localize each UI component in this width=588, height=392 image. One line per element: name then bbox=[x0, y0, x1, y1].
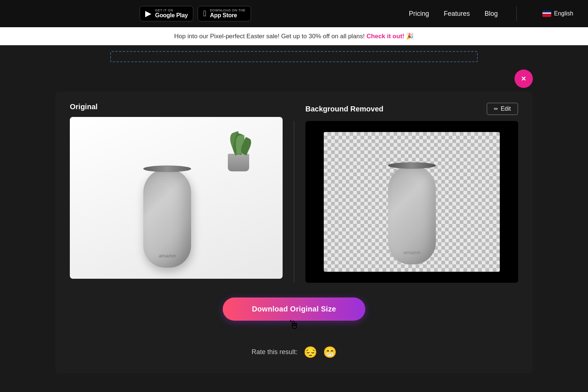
app-store-small-text: Download on the bbox=[210, 8, 245, 12]
app-store-big-text: App Store bbox=[210, 12, 245, 19]
main-content-panel: Original bbox=[55, 92, 533, 373]
google-play-icon: ▶ bbox=[145, 9, 151, 18]
original-column: Original bbox=[70, 103, 283, 279]
promo-text: Hop into our Pixel-perfect Easter sale! … bbox=[174, 33, 365, 40]
download-section: Download Original Size 🖱 Rate this resul… bbox=[70, 297, 518, 359]
original-header: Original bbox=[70, 103, 283, 111]
sad-emoji[interactable]: 😔 bbox=[304, 346, 317, 359]
happy-emoji[interactable]: 😁 bbox=[323, 346, 337, 359]
nav-link-features[interactable]: Features bbox=[444, 10, 470, 18]
rating-row: Rate this result: 😔 😁 bbox=[251, 346, 336, 359]
removed-image-panel: amazon bbox=[305, 121, 518, 283]
cursor-hand-icon: 🖱 bbox=[288, 318, 300, 332]
removed-column: Background Removed ✏ Edit bbox=[305, 103, 518, 283]
nav-divider bbox=[516, 6, 517, 21]
google-play-small-text: GET IT ON bbox=[155, 8, 188, 12]
download-button[interactable]: Download Original Size bbox=[223, 297, 366, 321]
images-row: Original bbox=[70, 103, 518, 283]
language-label: English bbox=[554, 10, 573, 17]
original-image-panel: amazon bbox=[70, 117, 283, 279]
top-navigation: ▶ GET IT ON Google Play  Download on th… bbox=[0, 0, 588, 27]
apple-icon:  bbox=[203, 9, 206, 18]
promo-cta[interactable]: Check it out! 🎉 bbox=[366, 33, 414, 40]
removed-header: Background Removed ✏ Edit bbox=[305, 103, 518, 115]
close-button[interactable]: × bbox=[514, 70, 533, 88]
language-selector[interactable]: English bbox=[542, 10, 573, 17]
promo-banner: Hop into our Pixel-perfect Easter sale! … bbox=[0, 27, 588, 45]
echo-device-removed: amazon bbox=[388, 165, 436, 264]
pencil-icon: ✏ bbox=[494, 106, 498, 112]
edit-label: Edit bbox=[501, 106, 511, 112]
nav-link-blog[interactable]: Blog bbox=[484, 10, 498, 18]
nav-link-pricing[interactable]: Pricing bbox=[409, 10, 429, 18]
flag-icon bbox=[542, 10, 551, 17]
original-label: Original bbox=[70, 103, 98, 111]
app-store-badges: ▶ GET IT ON Google Play  Download on th… bbox=[140, 6, 251, 21]
echo-device-original: amazon bbox=[143, 168, 191, 268]
dashed-upload-area[interactable] bbox=[110, 51, 478, 62]
column-separator bbox=[294, 121, 294, 283]
app-store-badge[interactable]:  Download on the App Store bbox=[198, 6, 251, 21]
nav-links: Pricing Features Blog English bbox=[409, 6, 573, 21]
google-play-big-text: Google Play bbox=[155, 12, 188, 19]
google-play-badge[interactable]: ▶ GET IT ON Google Play bbox=[140, 6, 193, 21]
edit-button[interactable]: ✏ Edit bbox=[487, 103, 518, 115]
close-btn-container: × bbox=[0, 70, 588, 88]
removed-label: Background Removed bbox=[305, 105, 383, 113]
rating-label: Rate this result: bbox=[251, 348, 297, 356]
plant-decoration bbox=[224, 124, 253, 171]
